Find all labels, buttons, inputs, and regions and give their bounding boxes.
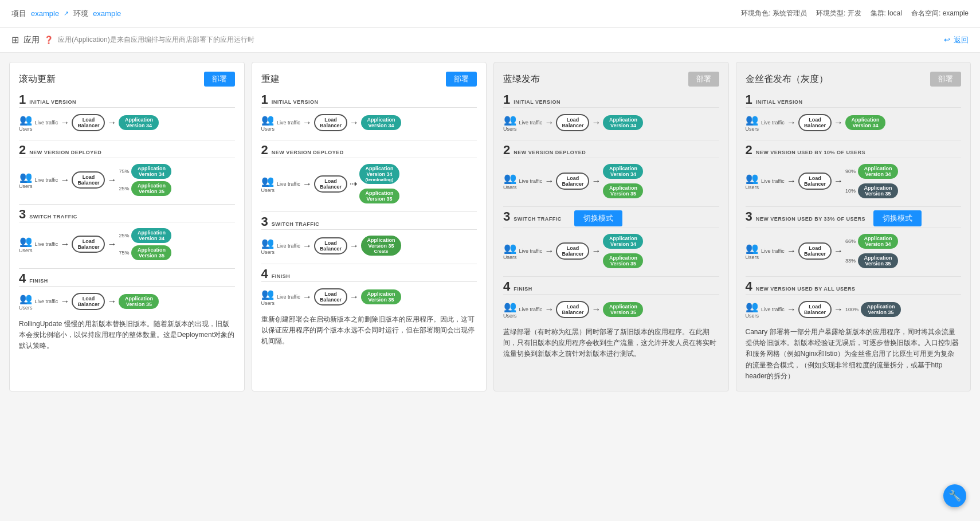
canary-switch-button[interactable]: 切换模式 [873, 210, 922, 226]
step-num: 1 [19, 93, 26, 106]
external-link-icon[interactable]: ↗ [64, 10, 69, 17]
rolling-title: 滚动更新 [19, 73, 56, 85]
step-label: INITIAL VERSION [29, 99, 76, 105]
rolling-desc: RollingUpdate 慢慢的用新版本替换旧版本。随着新版本的出现，旧版本会… [19, 319, 235, 352]
bg-step-4: 4 FINISH 👥Users Live traffic → LoadBalan… [503, 280, 719, 322]
project-label: 项目 [11, 9, 26, 19]
rolling-update-card: 滚动更新 部署 1 INITIAL VERSION 👥Users Live tr… [9, 62, 245, 391]
grid-icon[interactable]: ⊞ [11, 34, 19, 45]
flow-diagram: 👥Users Live traffic → LoadBalancer → 66%… [746, 230, 962, 272]
step-num: 3 [19, 208, 26, 221]
sub-nav-left: ⊞ 应用 ❓ 应用(Application)是来自应用编排与应用商店部署下的应用… [11, 34, 254, 45]
cluster: 集群: local [871, 9, 902, 18]
help-icon[interactable]: ❓ [44, 36, 53, 44]
app-desc: 应用(Application)是来自应用编排与应用商店部署下的应用运行时 [58, 35, 254, 45]
flow-diagram: 👥Users Live traffic → LoadBalancer → App… [19, 289, 235, 314]
step-label: NEW VERSION DEPLOYED [29, 150, 101, 155]
flow-diagram: 👥Users Live traffic → LoadBalancer → App… [503, 297, 719, 322]
project-link[interactable]: example [31, 9, 59, 18]
rolling-step-3: 3 SWITCH TRAFFIC 👥Users Live traffic → L… [19, 208, 235, 264]
canary-step-4: 4 NEW VERSION USED BY ALL USERS 👥Users L… [746, 280, 962, 322]
bluegreen-title: 蓝绿发布 [503, 73, 540, 85]
canary-desc: Canary 部署将一部分用户暴露给新版本的应用程序，同时将其余流量提供给旧版本… [746, 327, 962, 382]
bg-step-2: 2 NEW VERSION DEPLOYED 👥Users Live traff… [503, 144, 719, 202]
bluegreen-desc: 蓝绿部署（有时称为红黑）同时部署了新旧版本的应用程序。在此期间，只有旧版本的应用… [503, 327, 719, 360]
flow-diagram: 👥Users Live traffic → LoadBalancer → 75%… [19, 160, 235, 199]
rolling-step-2: 2 NEW VERSION DEPLOYED 👥Users Live traff… [19, 144, 235, 199]
flow-diagram: 👥Users Live traffic → LoadBalancer → App… [261, 110, 477, 135]
card-header-rolling: 滚动更新 部署 [19, 72, 235, 87]
recreate-card: 重建 部署 1 INITIAL VERSION 👥Users Live traf… [252, 62, 487, 391]
env-type: 环境类型: 开发 [816, 9, 861, 18]
card-header-recreate: 重建 部署 [261, 72, 477, 87]
canary-step-2: 2 NEW VERSION USED BY 10% OF USERS 👥User… [746, 144, 962, 202]
rolling-step-1: 1 INITIAL VERSION 👥Users Live traffic → … [19, 93, 235, 135]
flow-diagram: 👥Users Live traffic → LoadBalancer → App… [503, 160, 719, 202]
card-header-canary: 金丝雀发布（灰度） 部署 [746, 72, 962, 87]
recreate-step-3: 3 SWITCH TRAFFIC 👥Users Live traffic → L… [261, 216, 477, 259]
env-link[interactable]: example [93, 9, 121, 18]
canary-title: 金丝雀发布（灰度） [746, 73, 828, 85]
back-label: 返回 [954, 35, 969, 45]
flow-diagram: 👥Users Live traffic → LoadBalancer → App… [261, 284, 477, 310]
namespace: 命名空间: example [911, 9, 969, 18]
bluegreen-deploy-button[interactable]: 部署 [688, 72, 719, 87]
main-content: 滚动更新 部署 1 INITIAL VERSION 👥Users Live tr… [0, 53, 980, 401]
flow-diagram: 👥Users Live traffic → LoadBalancer → App… [503, 110, 719, 135]
top-nav: 项目 example ↗ 环境 example 环境角色: 系统管理员 环境类型… [0, 0, 980, 28]
recreate-deploy-button[interactable]: 部署 [446, 72, 477, 87]
bg-step-3: 3 SWITCH TRAFFIC 切换模式 👥Users Live traffi… [503, 210, 719, 272]
sub-nav: ⊞ 应用 ❓ 应用(Application)是来自应用编排与应用商店部署下的应用… [0, 28, 980, 53]
step-label: SWITCH TRAFFIC [29, 214, 77, 220]
recreate-step-4: 4 FINISH 👥Users Live traffic → LoadBalan… [261, 268, 477, 310]
flow-diagram: 👥Users Live traffic → LoadBalancer → 90%… [746, 160, 962, 202]
card-header-bluegreen: 蓝绿发布 部署 [503, 72, 719, 87]
env-info: 环境角色: 系统管理员 环境类型: 开发 集群: local 命名空间: exa… [741, 9, 969, 18]
env-label: 环境 [73, 9, 88, 19]
bluegreen-switch-button[interactable]: 切换模式 [574, 210, 622, 226]
back-arrow-icon: ↩ [944, 36, 950, 44]
env-role: 环境角色: 系统管理员 [741, 9, 807, 18]
recreate-desc: 重新创建部署会在启动新版本之前删除旧版本的应用程序。因此，这可以保证应用程序的两… [261, 314, 477, 347]
flow-diagram: 👥Users Live traffic → LoadBalancer → App… [746, 110, 962, 135]
bluegreen-card: 蓝绿发布 部署 1 INITIAL VERSION 👥Users Live tr… [493, 62, 729, 391]
flow-diagram: 👥Users Live traffic → LoadBalancer → 25%… [19, 225, 235, 264]
flow-diagram: 👥Users Live traffic → LoadBalancer → App… [503, 230, 719, 272]
breadcrumb: 项目 example ↗ 环境 example [11, 9, 121, 19]
flow-diagram: 👥Users Live traffic → LoadBalancer → App… [261, 232, 477, 259]
rolling-step-4: 4 FINISH 👥Users Live traffic → LoadBalan… [19, 272, 235, 314]
step-num: 2 [19, 144, 26, 156]
canary-deploy-button[interactable]: 部署 [930, 72, 961, 87]
back-link[interactable]: ↩ 返回 [944, 35, 969, 45]
page-title: 应用 [23, 35, 40, 45]
flow-diagram: 👥Users Live traffic → LoadBalancer → 100… [746, 297, 962, 322]
recreate-step-1: 1 INITIAL VERSION 👥Users Live traffic → … [261, 93, 477, 135]
flow-diagram: 👥Users Live traffic → LoadBalancer → App… [19, 110, 235, 135]
step-label: FINISH [29, 278, 48, 284]
recreate-step-2: 2 NEW VERSION DEPLOYED 👥Users Live traff… [261, 144, 477, 207]
recreate-title: 重建 [261, 73, 280, 85]
canary-card: 金丝雀发布（灰度） 部署 1 INITIAL VERSION 👥Users Li… [736, 62, 971, 391]
step-num: 4 [19, 272, 26, 285]
rolling-deploy-button[interactable]: 部署 [204, 72, 235, 87]
canary-step-1: 1 INITIAL VERSION 👥Users Live traffic → … [746, 93, 962, 135]
bg-step-1: 1 INITIAL VERSION 👥Users Live traffic → … [503, 93, 719, 135]
flow-diagram: 👥Users Live traffic → LoadBalancer ⇢ App… [261, 160, 477, 207]
canary-step-3: 3 NEW VERSION USED BY 33% OF USERS 切换模式 … [746, 210, 962, 272]
